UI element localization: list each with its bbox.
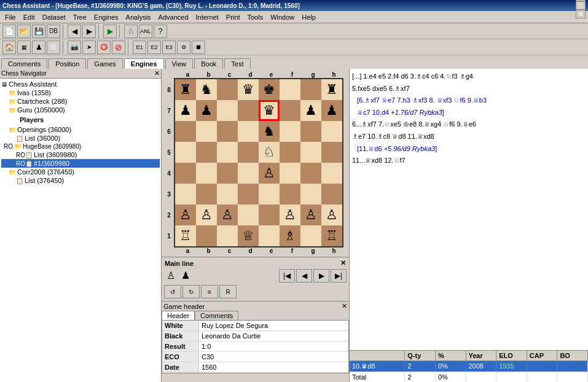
tb2-circle[interactable]: ⭕ [97,41,111,54]
tb-next[interactable]: ▶ [82,25,96,38]
tree-ro-list[interactable]: RO 📋 List (3609980) [1,150,160,159]
cell-d4[interactable] [238,163,259,184]
cell-f7[interactable] [280,100,300,121]
tree-list376450[interactable]: 📋 List (376450) [1,176,160,185]
tree-guru[interactable]: 📁 Guru (1050000) [1,106,160,114]
cell-a1[interactable]: ♖ [175,225,196,246]
close-button[interactable]: ✕ [576,10,586,18]
gh-tab-comments[interactable]: Comments [195,311,238,320]
tree-list36000[interactable]: 📋 List (36000) [1,134,160,142]
tb-analysis[interactable]: ANL [139,25,152,38]
cell-a6[interactable] [175,121,196,142]
tb-new[interactable]: 📄 [2,25,16,38]
tb2-arrow[interactable]: ➤ [82,41,96,54]
tb2-engine2[interactable]: E2 [147,41,161,54]
cell-b7[interactable]: ♟ [196,100,217,121]
tb2-engine3[interactable]: E3 [162,41,176,54]
cell-f3[interactable] [280,184,300,205]
tab-games[interactable]: Games [87,58,122,69]
cell-g2[interactable]: ♙ [300,205,321,225]
cell-f6[interactable] [280,121,300,142]
tb2-home[interactable]: 🏠 [2,41,16,54]
cell-h5[interactable] [321,142,342,163]
cell-c1[interactable] [217,225,238,246]
cell-b6[interactable] [196,121,217,142]
tb2-grid[interactable]: ▦ [17,41,31,54]
cell-g4[interactable] [300,163,321,184]
tb-info[interactable]: ? [154,25,167,38]
cell-g8[interactable] [300,79,321,100]
tb-prev[interactable]: ◀ [68,25,81,38]
nav-start[interactable]: |◀ [279,269,295,283]
cell-b8[interactable]: ♞ [196,79,217,100]
menu-edit[interactable]: Edit [20,12,39,22]
tab-test[interactable]: Test [224,58,250,69]
menu-engines[interactable]: Engines [90,12,122,22]
menu-advanced[interactable]: Advanced [155,12,192,22]
cell-b5[interactable] [196,142,217,163]
tree-ro-game[interactable]: RO 📋 #1/3609980 [1,159,160,168]
cell-c8[interactable] [217,79,238,100]
cell-a2[interactable]: ♙ [175,205,196,225]
cell-f1[interactable]: ♗ [280,225,300,246]
tree-ivas[interactable]: 📁 Ivas (1358) [1,88,160,97]
cell-c6[interactable] [217,121,238,142]
tb-knight[interactable]: ♘ [124,25,138,38]
tb-save[interactable]: 💾 [32,25,45,38]
nav-next[interactable]: ▶ [313,269,329,283]
tree-openings[interactable]: 📁 Openings (36000) [1,125,160,134]
menu-internet[interactable]: Internet [192,12,222,22]
cell-e5[interactable]: ♘ [259,142,280,163]
cell-a8[interactable]: ♜ [175,79,196,100]
tab-engines[interactable]: Engines [124,58,164,69]
tb-open[interactable]: 📂 [17,25,31,38]
cell-b2[interactable]: ♙ [196,205,217,225]
menu-file[interactable]: File [1,12,20,22]
left-panel-close[interactable]: ✕ [154,69,160,77]
nav-prev[interactable]: ◀ [296,269,312,283]
cell-b1[interactable] [196,225,217,246]
stats-row-1[interactable]: 10.♛d8 2 0% 2008 1935 [350,361,588,372]
cell-a3[interactable] [175,184,196,205]
cell-f8[interactable] [280,79,300,100]
tab-position[interactable]: Position [49,58,86,69]
list-btn[interactable]: ≡ [201,285,218,298]
record-btn[interactable]: R [219,285,237,298]
menu-tools[interactable]: Tools [243,12,267,22]
cell-a7[interactable]: ♟ [175,100,196,121]
tb2-stop[interactable]: ⏹ [192,41,205,54]
tree-area[interactable]: 🖥 Chess Assistant 📁 Ivas (1358) 📁 Ctartc… [0,79,161,382]
tb-play[interactable]: ▶ [103,25,117,38]
menu-help[interactable]: Help [298,12,319,22]
cell-h4[interactable] [321,163,342,184]
cell-d1[interactable]: ♕ [238,225,259,246]
cell-h7[interactable]: ♟ [321,100,342,121]
cell-d8[interactable]: ♛ [238,79,259,100]
cell-e3[interactable] [259,184,280,205]
gh-tab-header[interactable]: Header [162,311,195,320]
cell-g1[interactable] [300,225,321,246]
cell-d6[interactable] [238,121,259,142]
cell-g7[interactable]: ♟ [300,100,321,121]
tb-database[interactable]: DB [47,25,60,38]
nav-end[interactable]: ▶| [331,269,347,283]
cell-d7[interactable] [238,100,259,121]
cell-e6[interactable]: ♞ [259,121,280,142]
cell-a4[interactable] [175,163,196,184]
gh-close[interactable]: ✕ [342,302,347,310]
cell-c3[interactable] [217,184,238,205]
chess-board[interactable]: ♜ ♞ ♛ ♚ ♜ ♟ ♟ ♛ ♟ ♟ [174,78,343,248]
cell-h6[interactable] [321,121,342,142]
menu-tree[interactable]: Tree [69,12,90,22]
tab-comments[interactable]: Comments [1,58,47,69]
cell-h2[interactable]: ♙ [321,205,342,225]
undo-btn[interactable]: ↺ [164,285,181,298]
cell-e1[interactable] [259,225,280,246]
cell-g5[interactable] [300,142,321,163]
tb2-board[interactable]: ⬜ [47,41,60,54]
cell-f2[interactable]: ♙ [280,205,300,225]
cell-f4[interactable] [280,163,300,184]
tb2-no[interactable]: ⊘ [112,41,125,54]
tree-corr2008[interactable]: 📁 Corr2008 (376450) [1,168,160,176]
cell-b3[interactable] [196,184,217,205]
